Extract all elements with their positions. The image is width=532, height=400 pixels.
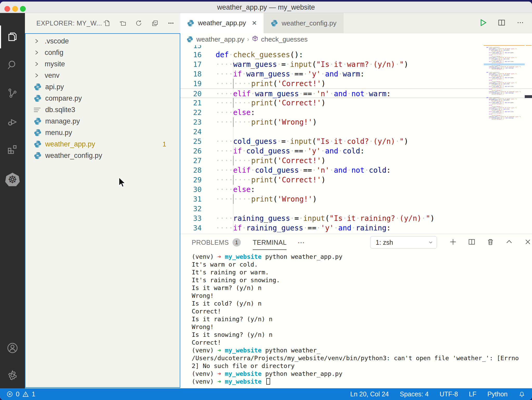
close-panel-button[interactable] — [524, 238, 532, 247]
tab-weather-config[interactable]: weather_config.py — [264, 13, 343, 33]
breadcrumb-file[interactable]: weather_app.py — [196, 35, 244, 43]
venv-label: (venv) — [192, 347, 217, 354]
file-item[interactable]: db.sqlite3 — [25, 104, 180, 115]
terminal-prompt-line: (venv) ➜ my_website — [192, 378, 532, 385]
minimap[interactable]: def check_guesses(): warm_guess = input(… — [484, 45, 525, 121]
file-item[interactable]: config — [25, 47, 180, 58]
breadcrumb-symbol[interactable]: check_guesses — [261, 35, 308, 43]
code-line-content: ········print('Correct!') — [208, 79, 325, 88]
venv-label: (venv) — [192, 378, 217, 385]
explorer-more-button[interactable] — [167, 19, 175, 28]
tab-problems[interactable]: PROBLEMS 1 — [192, 238, 241, 247]
editor-more-actions-button[interactable] — [516, 18, 525, 28]
collapse-folders-button[interactable] — [150, 19, 159, 28]
sidebar-item-kubernetes[interactable]: ☸ — [0, 167, 25, 192]
python-file-icon — [271, 20, 278, 27]
run-python-file-button[interactable] — [478, 18, 487, 28]
eol-status[interactable]: LF — [469, 390, 476, 398]
file-item[interactable]: api.py — [25, 81, 180, 93]
new-file-button[interactable] — [102, 19, 111, 28]
kill-terminal-button[interactable] — [486, 238, 495, 247]
close-tab-icon[interactable]: ✕ — [252, 20, 257, 27]
whitespace-dots: · — [277, 137, 281, 146]
mouse-cursor — [117, 177, 128, 189]
notifications-bell-icon[interactable] — [518, 391, 525, 398]
sidebar-item-source-control[interactable] — [0, 81, 25, 106]
status-bar: 0 1 Ln 20, Col 24 Spaces: 4 UTF-8 LF Pyt… — [0, 388, 532, 400]
maximize-panel-button[interactable] — [505, 238, 513, 247]
account-button[interactable] — [0, 336, 25, 360]
titlebar[interactable]: weather_app.py — my_website — [0, 2, 532, 13]
python-file-icon — [34, 83, 42, 91]
python-file-icon — [34, 117, 42, 125]
file-item[interactable]: compare.py — [25, 93, 180, 104]
chevron-up-icon — [505, 238, 513, 246]
new-terminal-button[interactable] — [449, 238, 457, 247]
panel-more-tabs-button[interactable]: ⋯ — [297, 238, 305, 247]
whitespace-dots: · — [395, 60, 400, 69]
terminal-output-line: Correct! — [192, 307, 532, 315]
encoding-status[interactable]: UTF-8 — [440, 390, 458, 398]
tab-terminal[interactable]: TERMINAL — [253, 239, 287, 246]
breadcrumb[interactable]: weather_app.py › check_guesses — [180, 33, 532, 45]
code-line-content: ····elif·warm_guess·==·'n'·and·not·warm: — [208, 89, 391, 98]
tab-weather-app[interactable]: weather_app.py ✕ — [180, 13, 264, 33]
whitespace-dots: · — [395, 214, 400, 223]
explorer-title: EXPLORER: MY_W... — [36, 20, 102, 27]
symbol-cube-icon — [252, 35, 261, 44]
sidebar-item-explorer[interactable] — [0, 24, 25, 49]
terminal-shell-dropdown[interactable]: 1: zsh — [370, 236, 437, 249]
window-title: weather_app.py — my_website — [0, 2, 532, 13]
minimap-warning-line — [484, 45, 525, 46]
terminal-output[interactable]: (venv) ➜ my_website python weather_app.p… — [180, 253, 532, 388]
whitespace-dots: ···· — [234, 99, 251, 107]
terminal-output-line: It's raining or warm. — [192, 268, 532, 276]
settings-button[interactable] — [0, 363, 25, 388]
plus-icon — [449, 238, 457, 246]
code-editor[interactable]: 1516def·check_guesses():17····warm_guess… — [180, 45, 532, 232]
command-text — [262, 378, 265, 385]
line-number: 27 — [180, 156, 208, 165]
python-file-icon — [187, 20, 194, 27]
split-editor-icon — [497, 18, 506, 27]
line-number: 29 — [180, 175, 208, 185]
whitespace-dots: · — [329, 89, 334, 98]
line-number: 28 — [180, 165, 208, 175]
file-item[interactable]: venv — [25, 70, 180, 81]
cursor-position-status[interactable]: Ln 20, Col 24 — [350, 390, 389, 398]
split-terminal-button[interactable] — [468, 238, 476, 247]
sidebar-item-run-debug[interactable] — [0, 109, 25, 134]
file-item[interactable]: menu.py — [25, 127, 180, 138]
whitespace-dots: · — [421, 214, 426, 223]
working-directory-label: my_website — [225, 370, 261, 377]
file-item[interactable]: mysite — [25, 58, 180, 70]
new-folder-button[interactable] — [118, 19, 127, 28]
whitespace-dots: ···· — [216, 214, 233, 223]
code-line-content: ····elif·cold_guess·==·'n'·and·not·cold: — [208, 165, 391, 175]
file-item[interactable]: weather_app.py1 — [25, 138, 180, 150]
whitespace-dots: ···· — [216, 108, 233, 117]
split-editor-button[interactable] — [497, 18, 506, 28]
terminal-output-line: Wrong! — [192, 323, 532, 331]
code-line: 25····cold_guess·=·input("Is·it·cold?·(y… — [180, 137, 532, 146]
whitespace-dots: · — [343, 214, 347, 223]
sidebar-item-extensions[interactable] — [0, 137, 25, 162]
file-item[interactable]: .vscode — [25, 35, 180, 47]
problems-status[interactable]: 0 1 — [6, 390, 35, 398]
refresh-button[interactable] — [134, 19, 143, 28]
line-number: 32 — [180, 204, 208, 214]
file-item[interactable]: weather_config.py — [25, 150, 180, 161]
code-line: 20····elif·warm_guess·==·'n'·and·not·war… — [180, 88, 532, 98]
refresh-icon — [135, 19, 143, 27]
minimap-code-block: def check_guesses(): warm_guess = input(… — [484, 71, 525, 96]
whitespace-dots: ···· — [234, 195, 251, 203]
tab-label: weather_config.py — [282, 19, 336, 27]
working-directory-label: my_website — [225, 253, 261, 260]
indentation-status[interactable]: Spaces: 4 — [400, 390, 429, 398]
language-mode-status[interactable]: Python — [487, 390, 508, 398]
code-line-content: def·check_guesses(): — [208, 50, 303, 60]
whitespace-dots: ···· — [216, 60, 233, 69]
sidebar-item-search[interactable] — [0, 53, 25, 78]
overview-ruler-warning-marker — [526, 45, 531, 46]
file-item[interactable]: manage.py — [25, 115, 180, 127]
